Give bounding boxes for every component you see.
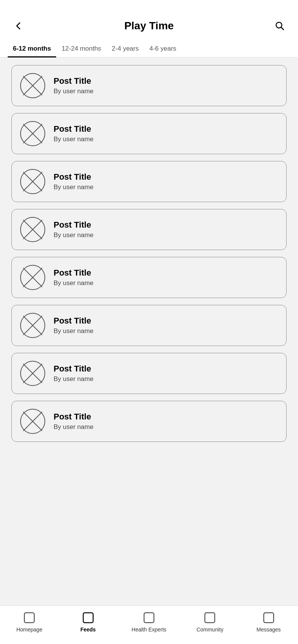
nav-label-feeds: Feeds (80, 626, 95, 633)
post-list: Post Title By user name Post Title By us… (0, 57, 298, 625)
post-text-8: Post Title By user name (54, 412, 94, 431)
nav-item-health-experts[interactable]: Health Experts (128, 611, 170, 633)
post-title-4: Post Title (54, 220, 94, 230)
nav-label-community: Community (197, 626, 224, 633)
post-author-8: By user name (54, 423, 94, 431)
post-title-5: Post Title (54, 268, 94, 278)
post-author-1: By user name (54, 88, 94, 95)
post-title-2: Post Title (54, 124, 94, 134)
nav-item-feeds[interactable]: Feeds (69, 611, 107, 633)
post-text-7: Post Title By user name (54, 364, 94, 383)
svg-rect-26 (24, 613, 34, 623)
back-icon (13, 21, 24, 31)
post-title-1: Post Title (54, 76, 94, 86)
post-placeholder-icon (19, 120, 46, 147)
health-experts-icon (143, 611, 155, 624)
nav-item-homepage[interactable]: Homepage (10, 611, 48, 633)
search-icon (274, 21, 285, 31)
svg-rect-27 (83, 613, 93, 623)
post-author-7: By user name (54, 375, 94, 383)
post-author-6: By user name (54, 327, 94, 335)
post-title-6: Post Title (54, 316, 94, 326)
post-card-7[interactable]: Post Title By user name (11, 353, 287, 394)
nav-label-health-experts: Health Experts (132, 626, 166, 633)
bottom-navigation: Homepage Feeds Health Experts Community … (0, 606, 298, 644)
post-author-2: By user name (54, 135, 94, 143)
svg-rect-30 (264, 613, 274, 623)
post-card-1[interactable]: Post Title By user name (11, 65, 287, 106)
svg-rect-29 (205, 613, 215, 623)
post-card-3[interactable]: Post Title By user name (11, 161, 287, 202)
post-text-1: Post Title By user name (54, 76, 94, 95)
nav-label-messages: Messages (257, 626, 281, 633)
post-text-4: Post Title By user name (54, 220, 94, 239)
post-text-2: Post Title By user name (54, 124, 94, 143)
feeds-icon (82, 611, 95, 624)
post-card-5[interactable]: Post Title By user name (11, 257, 287, 298)
header: Play Time (0, 0, 298, 40)
post-text-6: Post Title By user name (54, 316, 94, 335)
community-icon (203, 611, 216, 624)
post-text-5: Post Title By user name (54, 268, 94, 287)
tab-6-12-months[interactable]: 6-12 months (8, 40, 56, 57)
nav-item-community[interactable]: Community (191, 611, 229, 633)
post-placeholder-icon (19, 72, 46, 99)
nav-label-homepage: Homepage (16, 626, 43, 633)
tab-12-24-months[interactable]: 12-24 months (56, 40, 106, 57)
post-text-3: Post Title By user name (54, 172, 94, 191)
post-author-3: By user name (54, 183, 94, 191)
post-placeholder-icon (19, 312, 46, 339)
post-placeholder-icon (19, 360, 46, 387)
post-card-4[interactable]: Post Title By user name (11, 209, 287, 250)
post-author-4: By user name (54, 231, 94, 239)
post-placeholder-icon (19, 216, 46, 243)
post-author-5: By user name (54, 279, 94, 287)
post-card-6[interactable]: Post Title By user name (11, 305, 287, 346)
homepage-icon (23, 611, 36, 624)
search-button[interactable] (273, 19, 287, 33)
svg-rect-28 (144, 613, 154, 623)
tab-2-4-years[interactable]: 2-4 years (106, 40, 144, 57)
tab-4-6-years[interactable]: 4-6 years (144, 40, 182, 57)
page-title: Play Time (124, 20, 174, 32)
post-placeholder-icon (19, 264, 46, 291)
post-placeholder-icon (19, 168, 46, 195)
nav-item-messages[interactable]: Messages (250, 611, 288, 633)
post-card-8[interactable]: Post Title By user name (11, 401, 287, 442)
age-tabs: 6-12 months 12-24 months 2-4 years 4-6 y… (0, 40, 298, 57)
messages-icon (262, 611, 275, 624)
post-card-2[interactable]: Post Title By user name (11, 113, 287, 154)
svg-line-1 (281, 27, 284, 30)
post-title-7: Post Title (54, 364, 94, 374)
post-title-8: Post Title (54, 412, 94, 422)
post-placeholder-icon (19, 408, 46, 435)
post-title-3: Post Title (54, 172, 94, 182)
back-button[interactable] (11, 19, 25, 33)
